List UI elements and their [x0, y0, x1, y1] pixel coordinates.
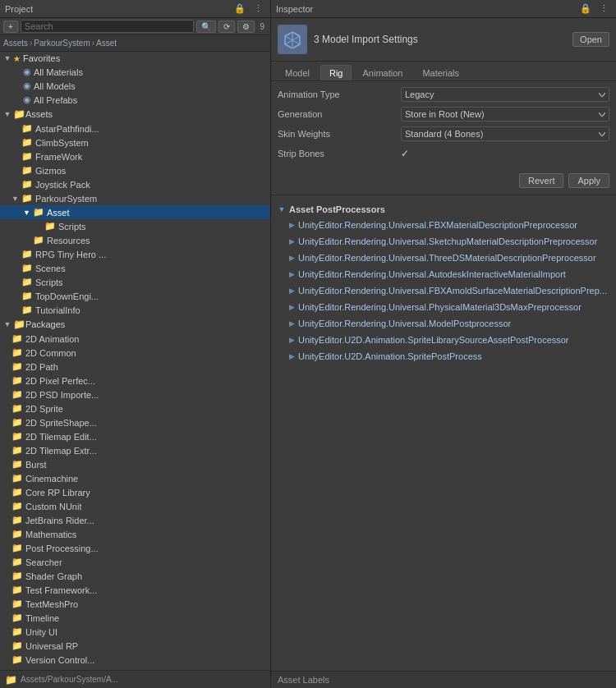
refresh-button[interactable]: ⟳ — [218, 21, 235, 33]
postprocessor-physical[interactable]: ▶ UnityEditor.Rendering.Universal.Physic… — [271, 299, 616, 315]
pkg-2d-pixel[interactable]: 📁2D Pixel Perfec... — [0, 374, 270, 388]
open-button[interactable]: Open — [572, 32, 609, 47]
tab-rig[interactable]: Rig — [320, 65, 352, 80]
breadcrumb-asset[interactable]: Asset — [96, 39, 117, 48]
postprocessor-model[interactable]: ▶ UnityEditor.Rendering.Universal.ModelP… — [271, 315, 616, 332]
assets-section[interactable]: ▼ 📁 Assets — [0, 107, 270, 122]
skin-weights-select[interactable]: Standard (4 Bones) Custom — [401, 126, 609, 141]
pkg-jetbrains[interactable]: 📁JetBrains Rider... — [0, 513, 270, 527]
favorite-all-materials[interactable]: ◉ All Materials — [0, 65, 270, 79]
asset-framework[interactable]: 📁 FrameWork — [0, 149, 270, 163]
apply-button[interactable]: Apply — [568, 173, 609, 188]
menu-button[interactable]: ⋮ — [251, 2, 265, 15]
asset-scripts-sub[interactable]: 📁 Scripts — [0, 219, 270, 233]
tab-model[interactable]: Model — [276, 65, 319, 80]
folder-icon: 📁 — [11, 333, 23, 344]
pkg-burst[interactable]: 📁Burst — [0, 457, 270, 471]
pkg-universal-rp[interactable]: 📁Universal RP — [0, 639, 270, 653]
inspector-panel-header: Inspector 🔒 ⋮ — [271, 0, 616, 17]
pkg-postproc[interactable]: 📁Post Processing... — [0, 541, 270, 555]
pkg-textmeshpro[interactable]: 📁TextMeshPro — [0, 597, 270, 611]
postprocessors-arrow: ▼ — [278, 205, 286, 213]
folder-icon: 📁 — [44, 221, 56, 232]
pkg-2d-sprite[interactable]: 📁2D Sprite — [0, 401, 270, 415]
asset-rpg[interactable]: 📁 RPG Tiny Hero ... — [0, 247, 270, 261]
pkg-2d-tilemap-edit[interactable]: 📁2D Tilemap Edit... — [0, 429, 270, 443]
pkg-test-framework[interactable]: 📁Test Framework... — [0, 583, 270, 597]
postprocessor-fbxamold[interactable]: ▶ UnityEditor.Rendering.Universal.FBXAmo… — [271, 282, 616, 299]
rig-properties: Animation Type Legacy None Generic Human… — [271, 81, 616, 170]
asset-climbsystem[interactable]: 📁 ClimbSystem — [0, 135, 270, 149]
search-input[interactable] — [21, 20, 195, 33]
asset-tutorial[interactable]: 📁 TutorialInfo — [0, 303, 270, 317]
add-button[interactable]: + — [3, 21, 18, 33]
search-icon-button[interactable]: 🔍 — [196, 21, 216, 33]
lock-button[interactable]: 🔒 — [232, 2, 248, 15]
pkg-math[interactable]: 📁Mathematics — [0, 527, 270, 541]
pkg-custom-nunit[interactable]: 📁Custom NUnit — [0, 499, 270, 513]
item-arrow: ▶ — [289, 336, 295, 344]
favorite-all-models[interactable]: ◉ All Models — [0, 79, 270, 93]
settings-button[interactable]: ⚙ — [237, 21, 255, 33]
animation-type-select[interactable]: Legacy None Generic Humanoid — [401, 87, 609, 102]
inspector-tabs: Model Rig Animation Materials — [271, 62, 616, 81]
inspector-bottom: Asset Labels — [271, 671, 616, 688]
postprocessor-fbx[interactable]: ▶ UnityEditor.Rendering.Universal.FBXMat… — [271, 217, 616, 233]
asset-postprocessors-section: ▼ Asset PostProcessors ▶ UnityEditor.Ren… — [271, 199, 616, 368]
postprocessor-sketchup[interactable]: ▶ UnityEditor.Rendering.Universal.Sketch… — [271, 233, 616, 250]
folder-icon: 📁 — [33, 207, 44, 218]
pkg-searcher[interactable]: 📁Searcher — [0, 555, 270, 569]
asset-scripts[interactable]: 📁 Scripts — [0, 275, 270, 289]
pkg-2d-path[interactable]: 📁2D Path — [0, 360, 270, 374]
project-panel: + 🔍 ⟳ ⚙ 9 Assets › ParkourSystem › Asset… — [0, 18, 271, 688]
skin-weights-label: Skin Weights — [278, 129, 401, 139]
breadcrumb: Assets › ParkourSystem › Asset — [0, 35, 270, 52]
asset-resources[interactable]: 📁 Resources — [0, 233, 270, 247]
postprocessor-3ds[interactable]: ▶ UnityEditor.Rendering.Universal.ThreeD… — [271, 250, 616, 266]
folder-icon: 📁 — [21, 277, 33, 287]
pkg-timeline[interactable]: 📁Timeline — [0, 611, 270, 625]
asset-joystick[interactable]: 📁 Joystick Pack — [0, 177, 270, 191]
folder-icon: 📁 — [11, 543, 23, 553]
inspector-menu-button[interactable]: ⋮ — [597, 2, 611, 15]
asset-topdown[interactable]: 📁 TopDownEngi... — [0, 289, 270, 303]
pkg-version-control[interactable]: 📁Version Control... — [0, 653, 270, 667]
pkg-2d-spriteshape[interactable]: 📁2D SpriteShape... — [0, 415, 270, 429]
favorites-section[interactable]: ▼ ★ Favorites — [0, 52, 270, 65]
pkg-2d-tilemap-ext[interactable]: 📁2D Tilemap Extr... — [0, 443, 270, 457]
asset-parkour[interactable]: ▼ 📁 ParkourSystem — [0, 191, 270, 205]
pkg-2d-psd[interactable]: 📁2D PSD Importe... — [0, 388, 270, 401]
asset-gizmos[interactable]: 📁 Gizmos — [0, 163, 270, 177]
postprocessor-autodesk[interactable]: ▶ UnityEditor.Rendering.Universal.Autode… — [271, 266, 616, 282]
packages-section[interactable]: ▼ 📁 Packages — [0, 317, 270, 332]
revert-button[interactable]: Revert — [519, 173, 563, 188]
inspector-lock-button[interactable]: 🔒 — [577, 2, 594, 15]
asset-astar[interactable]: 📁 AstarPathfindi... — [0, 122, 270, 135]
project-panel-title: Project — [5, 4, 33, 14]
pkg-cinemachine[interactable]: 📁Cinemachine — [0, 471, 270, 485]
postprocessors-header[interactable]: ▼ Asset PostProcessors — [271, 202, 616, 217]
packages-arrow: ▼ — [3, 320, 11, 328]
pkg-2d-animation[interactable]: 📁2D Animation — [0, 332, 270, 346]
asset-asset-folder[interactable]: ▼ 📁 Asset — [0, 205, 270, 219]
asset-scenes[interactable]: 📁 Scenes — [0, 261, 270, 275]
folder-icon: 📁 — [21, 305, 33, 315]
assets-folder-icon: 📁 — [13, 108, 25, 120]
tab-animation[interactable]: Animation — [353, 65, 411, 80]
postprocessor-sprite-post[interactable]: ▶ UnityEditor.U2D.Animation.SpritePostPr… — [271, 348, 616, 365]
postprocessor-sprite-library[interactable]: ▶ UnityEditor.U2D.Animation.SpriteLibrar… — [271, 332, 616, 348]
item-arrow: ▶ — [289, 221, 295, 229]
favorite-all-prefabs[interactable]: ◉ All Prefabs — [0, 93, 270, 107]
tab-materials[interactable]: Materials — [413, 65, 468, 80]
pkg-shader-graph[interactable]: 📁Shader Graph — [0, 569, 270, 583]
pkg-core-rp[interactable]: 📁Core RP Library — [0, 485, 270, 499]
breadcrumb-parkour[interactable]: ParkourSystem — [34, 39, 90, 48]
folder-icon: 📁 — [21, 291, 33, 301]
generation-select[interactable]: Store in Root (New) Don't Import Store i… — [401, 107, 609, 122]
action-row: Revert Apply — [271, 170, 616, 191]
pkg-2d-common[interactable]: 📁2D Common — [0, 346, 270, 360]
pkg-unity-ui[interactable]: 📁Unity UI — [0, 625, 270, 639]
skin-weights-value: Standard (4 Bones) Custom — [401, 126, 609, 141]
asset-labels-text: Asset Labels — [278, 675, 329, 685]
breadcrumb-assets[interactable]: Assets — [3, 39, 28, 48]
